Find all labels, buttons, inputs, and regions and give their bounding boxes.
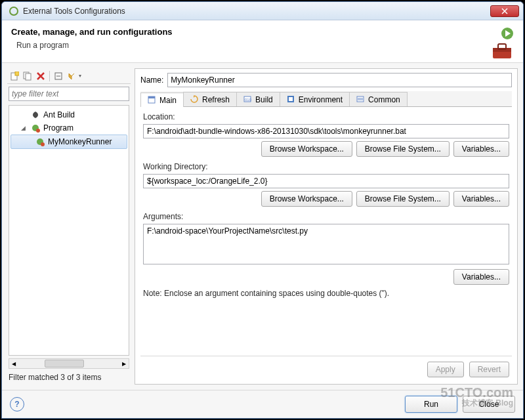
config-toolbar: ▾ [7, 68, 131, 84]
browse-workspace-button[interactable]: Browse Workspace... [261, 141, 352, 157]
name-label: Name: [140, 75, 163, 85]
close-window-button[interactable] [490, 5, 519, 17]
tab-build[interactable]: 010 Build [236, 92, 280, 106]
tree-item-mymonkeyrunner[interactable]: MyMonkeyRunner [10, 135, 127, 149]
tab-refresh[interactable]: Refresh [183, 92, 237, 106]
tab-label: Main [159, 96, 177, 105]
arguments-label: Arguments: [143, 212, 509, 221]
svg-rect-20 [357, 96, 364, 102]
tree-label: Ant Build [43, 110, 75, 119]
svg-text:010: 010 [245, 98, 251, 102]
window-title: External Tools Configurations [23, 7, 490, 16]
svg-point-0 [10, 7, 18, 15]
close-button[interactable]: Close [463, 396, 515, 413]
tree-label: MyMonkeyRunner [48, 137, 112, 146]
filter-icon[interactable] [66, 70, 77, 82]
help-icon[interactable]: ? [10, 397, 24, 411]
run-button[interactable]: Run [405, 396, 457, 413]
collapse-all-icon[interactable] [52, 70, 64, 82]
filter-status: Filter matched 3 of 3 items [7, 370, 131, 385]
revert-button[interactable]: Revert [469, 362, 509, 377]
header-subtitle: Run a program [16, 41, 490, 50]
tab-label: Refresh [202, 95, 230, 104]
main-tab-icon [148, 96, 157, 105]
workdir-input[interactable] [143, 174, 509, 188]
tab-label: Build [255, 95, 273, 104]
program-icon [35, 136, 45, 147]
tab-common[interactable]: Common [349, 92, 408, 106]
dialog-header: Create, manage, and run configurations R… [2, 20, 523, 63]
svg-rect-19 [289, 97, 293, 101]
svg-rect-15 [148, 96, 155, 98]
svg-point-11 [36, 129, 40, 133]
common-tab-icon [356, 95, 366, 104]
name-input[interactable] [167, 73, 512, 87]
toolbox-icon [490, 41, 514, 60]
arguments-input[interactable]: F:\android-space\YourProjectName\src\tes… [143, 224, 509, 264]
program-icon [30, 123, 41, 133]
build-tab-icon: 010 [243, 95, 253, 104]
browse-workspace-button[interactable]: Browse Workspace... [261, 191, 352, 207]
delete-config-icon[interactable] [35, 70, 47, 82]
tree-scrollbar[interactable]: ◀▶ [9, 358, 129, 369]
tab-bar: Main Refresh 010 Build Environment Commo… [140, 91, 512, 107]
browse-filesystem-button[interactable]: Browse File System... [356, 141, 450, 157]
tab-main[interactable]: Main [140, 93, 184, 107]
new-config-icon[interactable] [9, 70, 20, 82]
duplicate-config-icon[interactable] [22, 70, 33, 82]
run-icon [501, 27, 514, 40]
tree-item-ant-build[interactable]: Ant Build [10, 108, 127, 121]
apply-button[interactable]: Apply [427, 362, 464, 377]
config-tree[interactable]: Ant Build ◢ Program MyMonkeyRunner [9, 105, 129, 356]
header-title: Create, manage, and run configurations [11, 27, 490, 37]
filter-input[interactable] [9, 87, 129, 101]
variables-button[interactable]: Variables... [453, 191, 509, 207]
tree-item-program[interactable]: ◢ Program [10, 121, 127, 135]
svg-rect-8 [26, 74, 31, 80]
workdir-label: Working Directory: [143, 162, 509, 171]
titlebar: External Tools Configurations [2, 2, 523, 20]
tab-label: Environment [299, 95, 343, 104]
env-tab-icon [287, 95, 296, 104]
refresh-tab-icon [190, 95, 200, 104]
location-input[interactable] [143, 124, 509, 138]
svg-rect-6 [15, 72, 19, 75]
arguments-note: Note: Enclose an argument containing spa… [143, 289, 509, 298]
ant-icon [30, 110, 41, 120]
app-icon [9, 6, 19, 16]
tree-label: Program [43, 123, 74, 133]
location-label: Location: [143, 112, 509, 121]
tab-label: Common [368, 95, 400, 104]
tab-environment[interactable]: Environment [280, 92, 350, 106]
variables-button[interactable]: Variables... [453, 269, 509, 285]
browse-filesystem-button[interactable]: Browse File System... [356, 191, 450, 207]
variables-button[interactable]: Variables... [453, 141, 509, 157]
svg-point-13 [41, 142, 45, 146]
